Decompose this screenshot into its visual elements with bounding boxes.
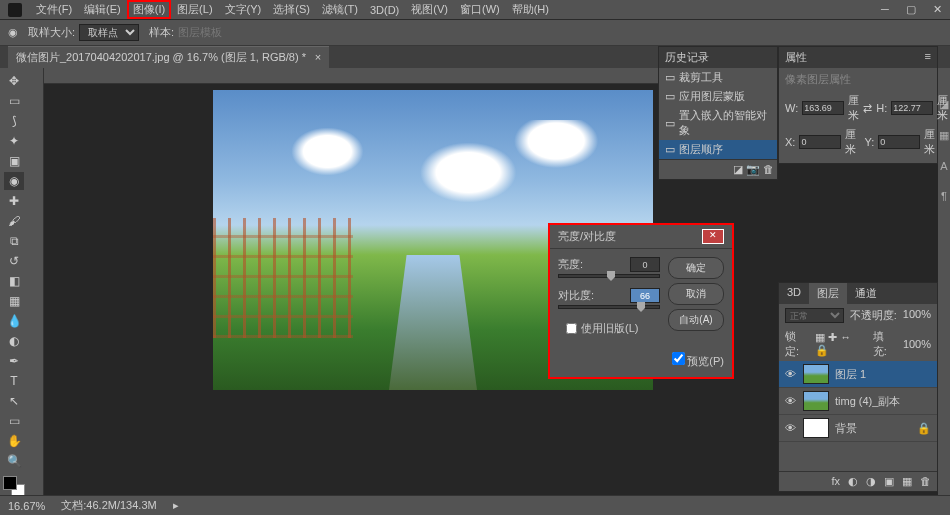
menu-select[interactable]: 选择(S)	[267, 0, 316, 19]
height-input[interactable]	[891, 101, 933, 115]
lasso-tool[interactable]: ⟆	[4, 112, 24, 130]
zoom-value[interactable]: 16.67%	[8, 500, 45, 512]
type-tool[interactable]: T	[4, 372, 24, 390]
crop-tool[interactable]: ▣	[4, 152, 24, 170]
blur-tool[interactable]: 💧	[4, 312, 24, 330]
menu-filter[interactable]: 滤镜(T)	[316, 0, 364, 19]
panel-menu-icon[interactable]: ≡	[925, 50, 931, 65]
lock-label: 锁定:	[785, 329, 809, 359]
layer-row[interactable]: 👁 图层 1	[779, 361, 937, 388]
visibility-icon[interactable]: 👁	[785, 368, 797, 380]
history-panel: 历史记录 ▭裁剪工具 ▭应用图层蒙版 ▭置入嵌入的智能对象 ▭图层顺序 ◪ 📷 …	[658, 46, 778, 180]
eyedropper-icon: ◉	[8, 26, 18, 39]
brightness-input[interactable]	[630, 257, 660, 272]
history-new-icon[interactable]: 📷	[746, 163, 760, 175]
tab-3d[interactable]: 3D	[779, 283, 809, 304]
marquee-tool[interactable]: ▭	[4, 92, 24, 110]
brightness-slider[interactable]	[558, 274, 660, 278]
menu-layer[interactable]: 图层(L)	[171, 0, 218, 19]
y-label: Y:	[864, 136, 874, 148]
hand-tool[interactable]: ✋	[4, 432, 24, 450]
x-input[interactable]	[799, 135, 841, 149]
dodge-tool[interactable]: ◐	[4, 332, 24, 350]
tab-layers[interactable]: 图层	[809, 283, 847, 304]
pen-tool[interactable]: ✒	[4, 352, 24, 370]
dock-paragraph-icon[interactable]: ¶	[941, 190, 947, 202]
layer-name: 背景	[835, 421, 857, 436]
document-tab[interactable]: 微信图片_201704042020​17.jpg @ 16.7% (图层 1, …	[8, 46, 329, 68]
legacy-checkbox[interactable]	[566, 323, 577, 334]
tab-channels[interactable]: 通道	[847, 283, 885, 304]
dialog-title: 亮度/对比度	[558, 229, 616, 244]
close-icon[interactable]: ✕	[928, 2, 946, 16]
cancel-button[interactable]: 取消	[668, 283, 724, 305]
minimize-icon[interactable]: ─	[876, 2, 894, 16]
dock-swatches-icon[interactable]: ▦	[939, 129, 949, 142]
visibility-icon[interactable]: 👁	[785, 422, 797, 434]
path-tool[interactable]: ↖	[4, 392, 24, 410]
visibility-icon[interactable]: 👁	[785, 395, 797, 407]
history-item[interactable]: ▭图层顺序	[659, 140, 777, 159]
mask-icon[interactable]: ◐	[848, 475, 858, 488]
dock-type-icon[interactable]: A	[940, 160, 947, 172]
lock-icons[interactable]: ▦ ✚ ↔ 🔒	[815, 331, 866, 357]
width-input[interactable]	[802, 101, 844, 115]
brightness-label: 亮度:	[558, 257, 583, 272]
blend-mode-select[interactable]: 正常	[785, 308, 844, 323]
history-snapshot-icon[interactable]: ◪	[733, 163, 743, 175]
tab-close-icon[interactable]: ×	[315, 51, 321, 63]
gradient-tool[interactable]: ▦	[4, 292, 24, 310]
app-logo	[8, 3, 22, 17]
status-arrow-icon[interactable]: ▸	[173, 499, 179, 512]
history-brush-tool[interactable]: ↺	[4, 252, 24, 270]
y-input[interactable]	[878, 135, 920, 149]
sample-option[interactable]: 图层模板	[178, 25, 222, 40]
fx-icon[interactable]: fx	[831, 475, 840, 488]
window-controls: ─ ▢ ✕	[876, 2, 946, 16]
menu-window[interactable]: 窗口(W)	[454, 0, 506, 19]
dialog-close-icon[interactable]: ✕	[702, 229, 724, 244]
adjustment-icon[interactable]: ◑	[866, 475, 876, 488]
menu-view[interactable]: 视图(V)	[405, 0, 454, 19]
menu-file[interactable]: 文件(F)	[30, 0, 78, 19]
wand-tool[interactable]: ✦	[4, 132, 24, 150]
trash-icon[interactable]: 🗑	[920, 475, 931, 488]
eyedropper-tool[interactable]: ◉	[4, 172, 24, 190]
shape-tool[interactable]: ▭	[4, 412, 24, 430]
fill-value[interactable]: 100%	[903, 338, 931, 350]
menu-image[interactable]: 图像(I)	[127, 0, 171, 19]
x-label: X:	[785, 136, 795, 148]
preview-checkbox[interactable]	[672, 352, 685, 365]
contrast-input[interactable]	[630, 288, 660, 303]
menu-3d[interactable]: 3D(D)	[364, 2, 405, 18]
auto-button[interactable]: 自动(A)	[668, 309, 724, 331]
eraser-tool[interactable]: ◧	[4, 272, 24, 290]
new-layer-icon[interactable]: ▦	[902, 475, 912, 488]
ruler-vertical	[28, 68, 44, 515]
layer-row[interactable]: 👁 timg (4)_副本	[779, 388, 937, 415]
link-icon[interactable]: ⇄	[863, 102, 872, 115]
sample-size-label: 取样大小:	[28, 25, 75, 40]
move-tool[interactable]: ✥	[4, 72, 24, 90]
layer-row[interactable]: 👁 背景 🔒	[779, 415, 937, 442]
heal-tool[interactable]: ✚	[4, 192, 24, 210]
ok-button[interactable]: 确定	[668, 257, 724, 279]
history-item[interactable]: ▭裁剪工具	[659, 68, 777, 87]
menu-edit[interactable]: 编辑(E)	[78, 0, 127, 19]
preview-label: 预览(P)	[687, 355, 724, 367]
zoom-tool[interactable]: 🔍	[4, 452, 24, 470]
history-item[interactable]: ▭置入嵌入的智能对象	[659, 106, 777, 140]
sample-size-select[interactable]: 取样点	[79, 24, 139, 41]
contrast-slider[interactable]	[558, 305, 660, 309]
maximize-icon[interactable]: ▢	[902, 2, 920, 16]
contrast-label: 对比度:	[558, 288, 594, 303]
brush-tool[interactable]: 🖌	[4, 212, 24, 230]
height-label: H:	[876, 102, 887, 114]
history-item[interactable]: ▭应用图层蒙版	[659, 87, 777, 106]
history-trash-icon[interactable]: 🗑	[763, 163, 774, 175]
menu-help[interactable]: 帮助(H)	[506, 0, 555, 19]
opacity-value[interactable]: 100%	[903, 308, 931, 323]
stamp-tool[interactable]: ⧉	[4, 232, 24, 250]
menu-type[interactable]: 文字(Y)	[219, 0, 268, 19]
group-icon[interactable]: ▣	[884, 475, 894, 488]
